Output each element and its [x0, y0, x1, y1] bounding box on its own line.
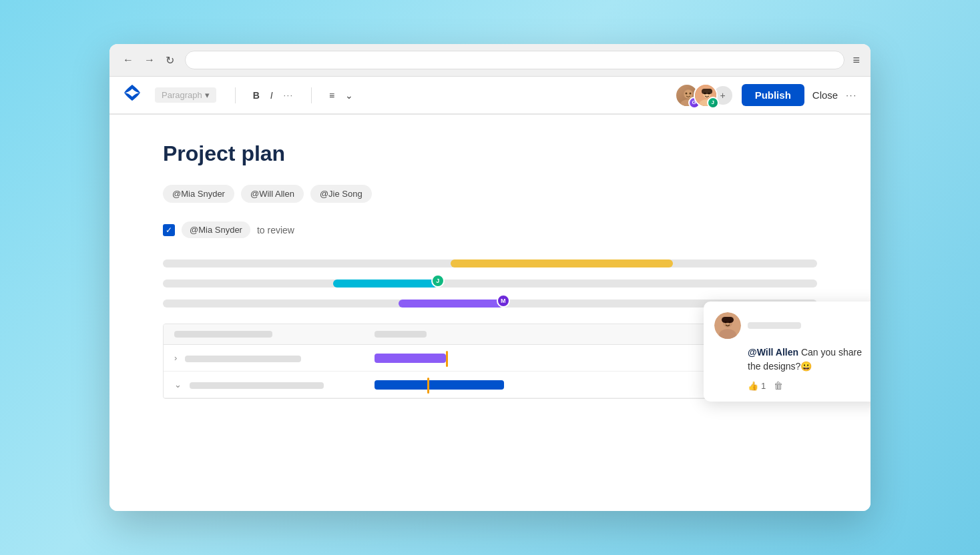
task-mention[interactable]: @Mia Snyder	[182, 221, 250, 238]
collaborators: G J	[675, 83, 734, 107]
comment-username-bar	[748, 322, 801, 329]
page-title[interactable]: Project plan	[163, 141, 817, 166]
mention-chip-1[interactable]: @Mia Snyder	[163, 185, 234, 203]
app-logo[interactable]	[123, 83, 142, 107]
table-header-cell-2	[364, 324, 515, 344]
browser-chrome: ← → ↻ ≡	[109, 44, 871, 77]
table-cell-row1-col2	[364, 346, 515, 371]
table-header-cell-1	[164, 324, 364, 344]
comment-delete-button[interactable]: 🗑	[774, 380, 783, 391]
delete-icon: 🗑	[774, 380, 783, 391]
gantt-row-2: J	[163, 277, 817, 290]
svg-rect-10	[702, 89, 712, 94]
avatar-2-wrap: J	[694, 83, 718, 107]
page-content: Project plan @Mia Snyder @Will Allen @Ji…	[109, 115, 871, 511]
row2-label-bar	[190, 382, 324, 389]
mention-chip-2[interactable]: @Will Allen	[241, 185, 304, 203]
table-cell-row2-col1: ⌄	[164, 372, 364, 398]
browser-nav: ← → ↻	[120, 53, 177, 68]
svg-rect-17	[722, 317, 734, 323]
format-group: B I ···	[249, 87, 298, 103]
svg-point-3	[685, 92, 687, 94]
like-count: 1	[761, 381, 766, 391]
toolbar-divider-1	[235, 87, 236, 103]
gantt-row-1	[163, 257, 817, 270]
bold-button[interactable]: B	[249, 87, 264, 103]
forward-button[interactable]: →	[142, 53, 158, 67]
style-chevron-icon: ▾	[205, 90, 210, 100]
task-checkbox[interactable]	[163, 224, 175, 236]
gantt-avatar-j: J	[431, 274, 445, 288]
table-cell-row2-col3	[515, 377, 666, 393]
comment-popup: × @Will Allen	[704, 302, 871, 402]
url-bar[interactable]	[185, 51, 844, 69]
more-format-button[interactable]: ···	[280, 89, 298, 102]
browser-menu-icon[interactable]: ≡	[852, 53, 860, 67]
toolbar-right: G J	[675, 83, 857, 107]
style-placeholder: Paragraph	[162, 90, 202, 100]
mention-chips: @Mia Snyder @Will Allen @Jie Song	[163, 185, 817, 203]
avatar-j-badge: J	[707, 97, 719, 109]
comment-like-button[interactable]: 👍 1	[748, 381, 766, 391]
comment-author[interactable]: @Will Allen	[748, 347, 798, 358]
table-gantt-bar-1[interactable]	[375, 354, 446, 363]
publish-button[interactable]: Publish	[742, 84, 804, 106]
expand-icon-2[interactable]: ⌄	[174, 380, 182, 390]
gantt-bar-2[interactable]	[333, 280, 438, 288]
comment-emoji: 😀	[800, 361, 812, 372]
comment-actions: 👍 1 🗑	[748, 380, 871, 391]
table-cell-row2-col2	[364, 372, 515, 398]
align-group: ≡ ⌄	[325, 87, 357, 103]
table-header-cell-3	[515, 324, 666, 344]
table-cell-row1-col1: ›	[164, 345, 364, 371]
comment-body: @Will Allen Can you share the designs?😀	[748, 346, 871, 374]
expand-icon-1[interactable]: ›	[174, 353, 177, 363]
align-dropdown-button[interactable]: ⌄	[341, 87, 357, 103]
back-button[interactable]: ←	[120, 53, 136, 67]
toolbar-divider-2	[311, 87, 312, 103]
header-placeholder-2	[375, 331, 427, 338]
like-icon: 👍	[748, 381, 758, 391]
gantt-bg-2	[163, 280, 817, 288]
style-group: Paragraph ▾	[155, 87, 216, 103]
browser-window: ← → ↻ ≡ Paragraph ▾ B I ···	[109, 44, 871, 511]
gantt-pin-1	[446, 351, 448, 367]
table-gantt-bar-2[interactable]	[375, 380, 504, 390]
gantt-pin-2	[427, 378, 429, 394]
comment-avatar	[714, 312, 741, 339]
close-button[interactable]: Close	[812, 89, 838, 101]
svg-point-4	[689, 92, 691, 94]
refresh-button[interactable]: ↻	[163, 53, 177, 68]
gantt-bar-1[interactable]	[451, 259, 673, 267]
more-options-button[interactable]: ···	[846, 90, 857, 100]
header-placeholder-1	[174, 331, 272, 338]
comment-close-button[interactable]: ×	[870, 308, 871, 320]
task-row: @Mia Snyder to review	[163, 221, 817, 238]
task-text: to review	[257, 225, 294, 235]
comment-header	[714, 312, 871, 339]
row1-label-bar	[185, 356, 301, 362]
gantt-avatar-m: M	[497, 294, 510, 308]
app-toolbar: Paragraph ▾ B I ··· ≡ ⌄	[109, 77, 871, 114]
gantt-bar-3[interactable]	[399, 300, 503, 308]
table-cell-row1-col3	[515, 350, 666, 366]
align-button[interactable]: ≡	[325, 87, 338, 103]
italic-button[interactable]: I	[266, 87, 277, 103]
mention-chip-3[interactable]: @Jie Song	[310, 185, 372, 203]
style-dropdown[interactable]: Paragraph ▾	[155, 87, 216, 103]
